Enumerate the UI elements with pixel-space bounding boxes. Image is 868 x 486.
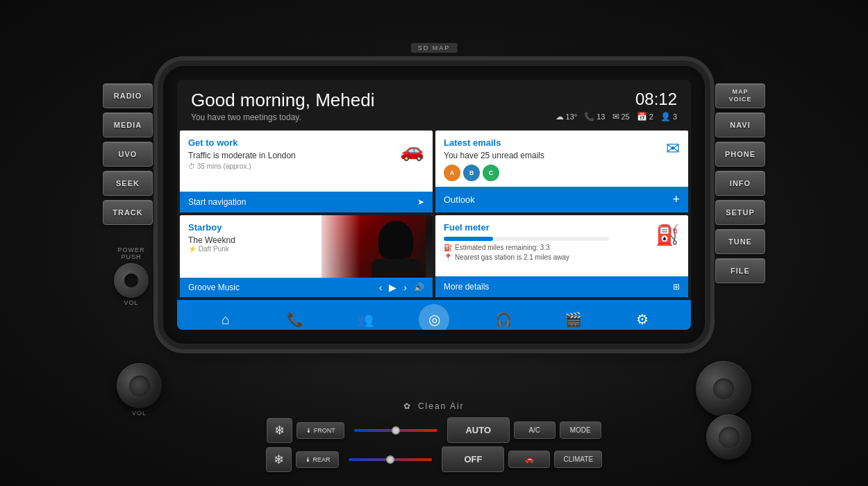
fuel-pump-icon: ⛽ [656,224,680,246]
contact-status: 👤 3 [660,112,677,122]
video-nav-button[interactable]: 🎬 [558,304,588,330]
clean-air-label: Clean Air [418,401,465,411]
defrost-button[interactable]: 🚗 [508,451,550,468]
vol-label: VOL [114,299,149,306]
avatar-2: B [463,165,480,181]
radio-button[interactable]: RADIO [103,83,153,108]
fan-speed-down-button[interactable]: ❄ [266,447,292,472]
outlook-button[interactable]: Outlook + [435,187,688,212]
fan-speed-up-button[interactable]: ❄ [267,418,292,443]
info-button[interactable]: INFO [715,171,765,196]
left-knob-inner [129,376,150,396]
fuel-detail-1: ⛽ Estimated miles remaining: 3.3 [444,244,680,251]
email-card-label: Latest emails [444,137,680,148]
left-volume-knob[interactable] [117,363,162,408]
setup-button[interactable]: SETUP [715,200,765,225]
ac-button[interactable]: A/C [514,421,556,439]
fuel-detail-icon-2: 📍 [444,253,452,261]
navigation-card: Get to work Traffic is moderate in Londo… [180,131,433,212]
prev-button[interactable]: ‹ [379,282,383,293]
navigation-card-label: Get to work [188,137,424,148]
next-button[interactable]: › [403,282,407,293]
vol-label-bottom: VOL [117,410,162,417]
climate-row-1: ❄ 🌡 FRONT AUTO A/C MODE [163,417,705,443]
contacts-icon: 👤 [660,112,671,122]
navigation-card-detail: Traffic is moderate in London [188,151,424,160]
home-nav-button[interactable]: ⌂ [210,304,241,330]
temp-slider-area-2 [343,458,437,461]
volume-button[interactable]: 🔊 [414,283,424,292]
temp-slider-area [349,429,443,432]
climate-row-2: ❄ 🌡 REAR OFF 🚗 CLIMATE [163,446,705,472]
mode-button[interactable]: MODE [560,421,601,439]
media-button[interactable]: MEDIA [103,112,153,137]
navigation-card-sub: ⏱ 35 mins (approx.) [188,162,424,170]
front-heat-button[interactable]: 🌡 FRONT [297,422,344,439]
phone-icon: 📞 [584,112,594,122]
navigation-arrow-icon: ➤ [417,197,424,207]
phone-button[interactable]: PHONE [715,142,765,167]
temp-slider[interactable] [354,429,437,432]
email-envelope-icon: ✉ [666,139,680,158]
climate-controls: ✿ Clean Air ❄ 🌡 FRONT AUTO A/C MODE ❄ 🌡 … [163,399,705,472]
fuel-bar-container [444,237,609,241]
contacts-nav-button[interactable]: 👥 [349,304,380,330]
fuel-expand-icon: ⊞ [673,282,680,292]
email-card-detail: You have 25 unread emails [444,151,680,160]
map-voice-button[interactable]: MAPVOICE [715,83,765,108]
groove-music-label: Groove Music [188,283,240,292]
file-button[interactable]: FILE [715,258,765,283]
email-plus-icon: + [672,192,680,207]
bottom-nav: ⌂ 📞 👥 ◎ 🎧 🎬 ⚙ [177,300,691,330]
navi-button[interactable]: NAVI [715,112,765,137]
sd-map-label: SD MAP [411,43,458,53]
start-navigation-button[interactable]: Start navigation ➤ [180,192,433,212]
right-panel: MAPVOICE NAVI PHONE INFO SETUP TUNE FILE [715,83,765,283]
tune-button[interactable]: TUNE [715,229,765,254]
top-bar: Good morning, Mehedi You have two meetin… [177,80,691,128]
track-button[interactable]: TRACK [103,200,153,225]
clean-air-section: ✿ Clean Air [163,399,705,412]
silhouette-body [372,259,420,278]
fuel-card-label: Fuel meter [444,222,680,233]
clean-air-icon: ✿ [403,401,412,411]
main-screen: Good morning, Mehedi You have two meetin… [177,80,691,330]
greeting-subtitle: You have two meetings today. [191,112,374,122]
uvo-button[interactable]: UVO [103,142,153,167]
headphones-nav-button[interactable]: 🎧 [488,304,519,330]
auto-button[interactable]: AUTO [447,417,510,443]
cards-grid: Get to work Traffic is moderate in Londo… [177,128,691,300]
right-climate-knob[interactable] [706,414,751,460]
phone-nav-button[interactable]: 📞 [280,304,310,330]
power-button[interactable] [114,263,149,298]
email-avatars: A B C [444,165,680,181]
status-bar: 08:12 ☁ 13° 📞 13 ✉ 25 📅 [556,90,677,122]
silhouette-head [378,221,413,259]
album-art [322,215,433,278]
fuel-card-top: Fuel meter ⛽ Estimated miles remaining: … [435,215,688,276]
greeting-section: Good morning, Mehedi You have two meetin… [191,90,374,122]
fuel-card: Fuel meter ⛽ Estimated miles remaining: … [435,215,688,297]
music-action-bar: Groove Music ‹ ▶ › 🔊 [180,278,433,297]
calendar-icon: 📅 [637,112,647,122]
play-button[interactable]: ▶ [389,282,397,293]
seek-button[interactable]: SEEK [103,171,153,196]
call-status: 📞 13 [584,112,605,122]
time-display: 08:12 [635,90,677,109]
email-card-top: Latest emails You have 25 unread emails … [435,131,688,187]
temp-slider-2[interactable] [349,458,432,461]
cortana-nav-button[interactable]: ◎ [419,304,449,330]
off-button[interactable]: OFF [442,446,504,472]
more-details-button[interactable]: More details ⊞ [435,276,688,297]
climate-button[interactable]: CLIMATE [554,451,602,468]
fuel-detail-icon-1: ⛽ [444,244,452,251]
avatar-3: C [483,165,499,181]
avatar-1: A [444,165,460,181]
mail-icon: ✉ [612,112,619,122]
power-label: POWERPUSH [114,246,149,260]
settings-nav-button[interactable]: ⚙ [627,304,658,330]
email-card: Latest emails You have 25 unread emails … [435,131,688,212]
music-card: Starboy The Weeknd ⚡ Daft Punk [180,215,433,297]
rear-heat-button[interactable]: 🌡 REAR [296,451,340,468]
fuel-detail-2: 📍 Nearest gas station is 2.1 miles away [444,253,680,261]
